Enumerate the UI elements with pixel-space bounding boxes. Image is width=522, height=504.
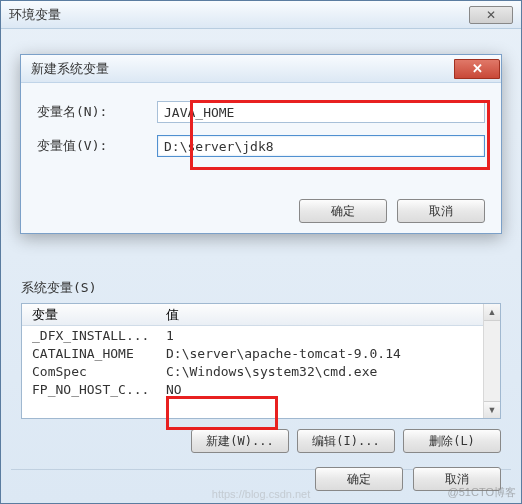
- column-value[interactable]: 值: [162, 306, 500, 324]
- cell-var: CATALINA_HOME: [22, 346, 162, 361]
- close-icon: ✕: [472, 61, 483, 76]
- edit-button[interactable]: 编辑(I)...: [297, 429, 395, 453]
- system-variables-section: 系统变量(S) 变量 值 _DFX_INSTALL... 1 CATALINA_…: [21, 279, 501, 453]
- variable-value-input[interactable]: [157, 135, 485, 157]
- new-button[interactable]: 新建(W)...: [191, 429, 289, 453]
- new-system-variable-dialog: 新建系统变量 ✕ 变量名(N): 变量值(V): 确定 取消: [20, 54, 502, 234]
- table-row[interactable]: FP_NO_HOST_C... NO: [22, 380, 500, 398]
- cell-val: C:\Windows\system32\cmd.exe: [162, 364, 500, 379]
- sysvars-buttons: 新建(W)... 编辑(I)... 删除(L): [21, 429, 501, 453]
- scroll-up-icon[interactable]: ▲: [484, 304, 500, 321]
- cell-var: FP_NO_HOST_C...: [22, 382, 162, 397]
- inner-titlebar: 新建系统变量 ✕: [21, 55, 501, 83]
- watermark-51cto: @51CTO博客: [448, 485, 516, 500]
- variable-value-label: 变量值(V):: [37, 137, 157, 155]
- inner-body: 变量名(N): 变量值(V): 确定 取消: [21, 83, 501, 233]
- variable-name-input[interactable]: [157, 101, 485, 123]
- outer-titlebar: 环境变量 ✕: [1, 1, 521, 29]
- list-body: _DFX_INSTALL... 1 CATALINA_HOME D:\serve…: [22, 326, 500, 398]
- list-header: 变量 值: [22, 304, 500, 326]
- watermark-csdn: https://blog.csdn.net: [212, 488, 310, 500]
- close-icon: ✕: [486, 8, 496, 22]
- inner-close-button[interactable]: ✕: [454, 59, 500, 79]
- vertical-scrollbar[interactable]: ▲ ▼: [483, 304, 500, 418]
- variable-name-row: 变量名(N):: [37, 101, 485, 123]
- table-row[interactable]: _DFX_INSTALL... 1: [22, 326, 500, 344]
- system-variables-list[interactable]: 变量 值 _DFX_INSTALL... 1 CATALINA_HOME D:\…: [21, 303, 501, 419]
- delete-button[interactable]: 删除(L): [403, 429, 501, 453]
- cell-var: ComSpec: [22, 364, 162, 379]
- inner-ok-button[interactable]: 确定: [299, 199, 387, 223]
- variable-name-label: 变量名(N):: [37, 103, 157, 121]
- scroll-down-icon[interactable]: ▼: [484, 401, 500, 418]
- outer-ok-button[interactable]: 确定: [315, 467, 403, 491]
- inner-dialog-buttons: 确定 取消: [37, 199, 485, 223]
- outer-window-title: 环境变量: [9, 6, 61, 24]
- cell-val: 1: [162, 328, 500, 343]
- inner-dialog-title: 新建系统变量: [31, 60, 109, 78]
- variable-value-row: 变量值(V):: [37, 135, 485, 157]
- cell-val: D:\server\apache-tomcat-9.0.14: [162, 346, 500, 361]
- table-row[interactable]: CATALINA_HOME D:\server\apache-tomcat-9.…: [22, 344, 500, 362]
- cell-var: _DFX_INSTALL...: [22, 328, 162, 343]
- table-row[interactable]: ComSpec C:\Windows\system32\cmd.exe: [22, 362, 500, 380]
- inner-cancel-button[interactable]: 取消: [397, 199, 485, 223]
- system-variables-label: 系统变量(S): [21, 279, 501, 297]
- column-variable[interactable]: 变量: [22, 306, 162, 324]
- outer-close-button[interactable]: ✕: [469, 6, 513, 24]
- cell-val: NO: [162, 382, 500, 397]
